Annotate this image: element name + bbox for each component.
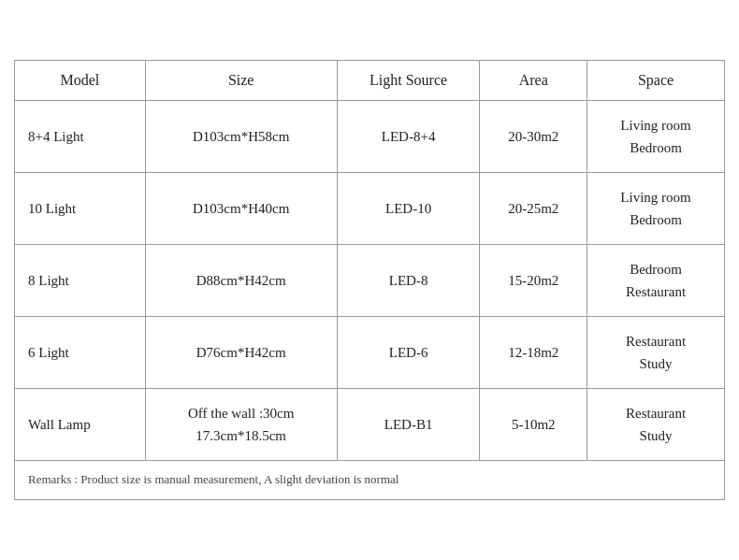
table-row: 6 LightD76cm*H42cmLED-612-18m2Restaurant… bbox=[15, 317, 724, 389]
cell-model: 8+4 Light bbox=[15, 101, 145, 173]
table-header-row: Model Size Light Source Area Space bbox=[15, 61, 724, 101]
cell-model: 10 Light bbox=[15, 173, 145, 245]
cell-space: Living roomBedroom bbox=[587, 173, 724, 245]
cell-light-source: LED-8 bbox=[337, 245, 480, 317]
cell-light-source: LED-10 bbox=[337, 173, 480, 245]
cell-size: D88cm*H42cm bbox=[145, 245, 337, 317]
cell-area: 20-25m2 bbox=[480, 173, 587, 245]
cell-size: Off the wall :30cm17.3cm*18.5cm bbox=[145, 389, 337, 461]
col-header-area: Area bbox=[480, 61, 587, 101]
cell-light-source: LED-8+4 bbox=[337, 101, 480, 173]
cell-area: 5-10m2 bbox=[480, 389, 587, 461]
cell-area: 15-20m2 bbox=[480, 245, 587, 317]
cell-model: 6 Light bbox=[15, 317, 145, 389]
cell-space: RestaurantStudy bbox=[587, 317, 724, 389]
table-row: Wall LampOff the wall :30cm17.3cm*18.5cm… bbox=[15, 389, 724, 461]
cell-size: D103cm*H40cm bbox=[145, 173, 337, 245]
remarks-row: Remarks : Product size is manual measure… bbox=[15, 461, 724, 499]
remarks-text: Remarks : Product size is manual measure… bbox=[15, 461, 724, 499]
col-header-model: Model bbox=[15, 61, 145, 101]
cell-size: D76cm*H42cm bbox=[145, 317, 337, 389]
cell-area: 12-18m2 bbox=[480, 317, 587, 389]
cell-light-source: LED-B1 bbox=[337, 389, 480, 461]
col-header-size: Size bbox=[145, 61, 337, 101]
col-header-light-source: Light Source bbox=[337, 61, 480, 101]
col-header-space: Space bbox=[587, 61, 724, 101]
product-table-wrapper: Model Size Light Source Area Space 8+4 L… bbox=[14, 60, 725, 500]
cell-space: Living roomBedroom bbox=[587, 101, 724, 173]
table-row: 10 LightD103cm*H40cmLED-1020-25m2Living … bbox=[15, 173, 724, 245]
cell-space: BedroomRestaurant bbox=[587, 245, 724, 317]
table-row: 8 LightD88cm*H42cmLED-815-20m2BedroomRes… bbox=[15, 245, 724, 317]
cell-model: Wall Lamp bbox=[15, 389, 145, 461]
cell-model: 8 Light bbox=[15, 245, 145, 317]
table-row: 8+4 LightD103cm*H58cmLED-8+420-30m2Livin… bbox=[15, 101, 724, 173]
cell-space: RestaurantStudy bbox=[587, 389, 724, 461]
cell-light-source: LED-6 bbox=[337, 317, 480, 389]
cell-size: D103cm*H58cm bbox=[145, 101, 337, 173]
product-table: Model Size Light Source Area Space 8+4 L… bbox=[15, 61, 724, 499]
cell-area: 20-30m2 bbox=[480, 101, 587, 173]
